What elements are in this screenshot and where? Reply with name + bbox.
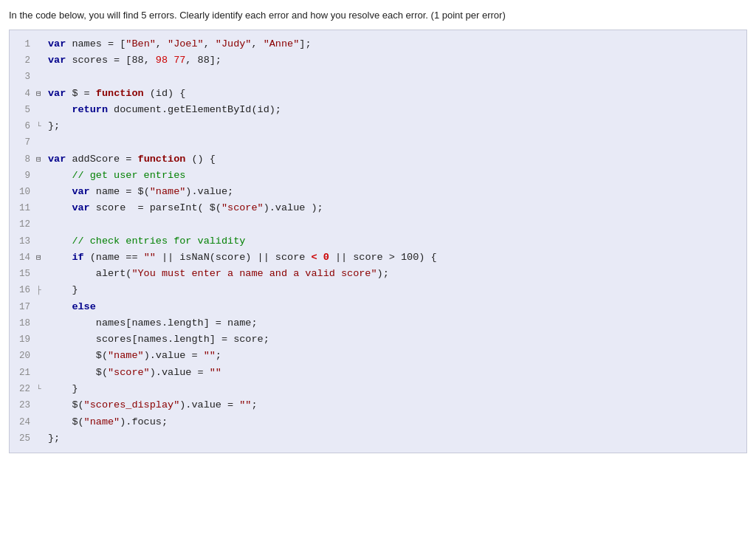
line-number: 8 [10, 152, 30, 168]
code-content: $("name").focus; [48, 414, 740, 430]
line-number: 7 [10, 135, 30, 151]
code-line: 1var names = ["Ben", "Joel", "Judy", "An… [10, 36, 746, 52]
code-line: 6└}; [10, 118, 746, 134]
fold-icon: ├ [36, 283, 47, 297]
code-line: 12 [10, 217, 746, 233]
code-content: // check entries for validity [48, 233, 740, 250]
fold-icon: └ [36, 382, 47, 396]
line-number: 14 [10, 250, 30, 266]
code-line: 16├ } [10, 282, 746, 298]
code-content: $("score").value = "" [48, 365, 740, 381]
line-number: 20 [10, 348, 30, 364]
code-line: 15 alert("You must enter a name and a va… [10, 266, 746, 282]
code-line: 13 // check entries for validity [10, 233, 746, 250]
fold-icon: └ [36, 120, 47, 133]
fold-icon: ⊟ [36, 251, 47, 264]
line-number: 3 [10, 69, 30, 85]
code-line: 14⊟ if (name == "" || isNaN(score) || sc… [10, 250, 746, 266]
code-content: var score = parseInt( $("score").value )… [48, 200, 740, 216]
code-content: }; [48, 118, 740, 134]
code-line: 18 names[names.length] = name; [10, 315, 746, 331]
code-line: 21 $("score").value = "" [10, 365, 746, 381]
code-line: 8⊟var addScore = function () { [10, 151, 746, 168]
code-line: 7 [10, 135, 746, 151]
code-content: $("scores_display").value = ""; [48, 397, 740, 413]
line-number: 6 [10, 119, 30, 134]
line-number: 25 [10, 431, 30, 447]
code-line: 17 else [10, 299, 746, 315]
line-number: 5 [10, 103, 30, 118]
line-number: 22 [10, 382, 30, 397]
code-content: var names = ["Ben", "Joel", "Judy", "Ann… [48, 36, 740, 52]
code-line: 4⊟var $ = function (id) { [10, 86, 746, 102]
code-content: var $ = function (id) { [48, 86, 740, 102]
line-number: 1 [10, 37, 30, 52]
code-line: 10 var name = $("name").value; [10, 184, 746, 200]
code-line: 25}; [10, 430, 746, 447]
code-content: } [48, 282, 740, 298]
line-number: 13 [10, 234, 30, 250]
fold-icon: ⊟ [36, 87, 47, 100]
line-number: 12 [10, 217, 30, 233]
code-content: if (name == "" || isNaN(score) || score … [48, 250, 740, 266]
code-block: 1var names = ["Ben", "Joel", "Judy", "An… [9, 30, 747, 453]
code-line: 22└ } [10, 381, 746, 397]
fold-icon: ⊟ [36, 153, 47, 166]
code-line: 19 scores[names.length] = score; [10, 331, 746, 348]
code-content: return document.getElementById(id); [48, 102, 740, 118]
code-content: // get user entries [48, 168, 740, 184]
line-number: 21 [10, 365, 30, 381]
instructions-text: In the code below, you will find 5 error… [9, 9, 747, 22]
line-number: 19 [10, 332, 30, 348]
code-content: names[names.length] = name; [48, 315, 740, 331]
code-line: 23 $("scores_display").value = ""; [10, 397, 746, 413]
line-number: 9 [10, 168, 30, 184]
line-number: 2 [10, 53, 30, 69]
code-content: var name = $("name").value; [48, 184, 740, 200]
line-number: 16 [10, 283, 30, 298]
line-number: 15 [10, 267, 30, 282]
code-line: 5 return document.getElementById(id); [10, 102, 746, 118]
line-number: 10 [10, 185, 30, 200]
code-line: 9 // get user entries [10, 168, 746, 184]
code-line: 24 $("name").focus; [10, 414, 746, 430]
code-line: 11 var score = parseInt( $("score").valu… [10, 200, 746, 216]
line-number: 11 [10, 201, 30, 216]
line-number: 24 [10, 415, 30, 430]
line-number: 17 [10, 300, 30, 315]
code-content: } [48, 381, 740, 397]
code-content: $("name").value = ""; [48, 348, 740, 364]
code-content: scores[names.length] = score; [48, 331, 740, 348]
line-number: 23 [10, 398, 30, 413]
code-content: var addScore = function () { [48, 151, 740, 168]
code-line: 3 [10, 69, 746, 86]
code-line: 2var scores = [88, 98 77, 88]; [10, 52, 746, 69]
code-content: }; [48, 430, 740, 447]
line-number: 18 [10, 316, 30, 331]
line-number: 4 [10, 86, 30, 102]
code-line: 20 $("name").value = ""; [10, 348, 746, 364]
code-content: else [48, 299, 740, 315]
code-content: var scores = [88, 98 77, 88]; [48, 52, 740, 69]
code-content: alert("You must enter a name and a valid… [48, 266, 740, 282]
